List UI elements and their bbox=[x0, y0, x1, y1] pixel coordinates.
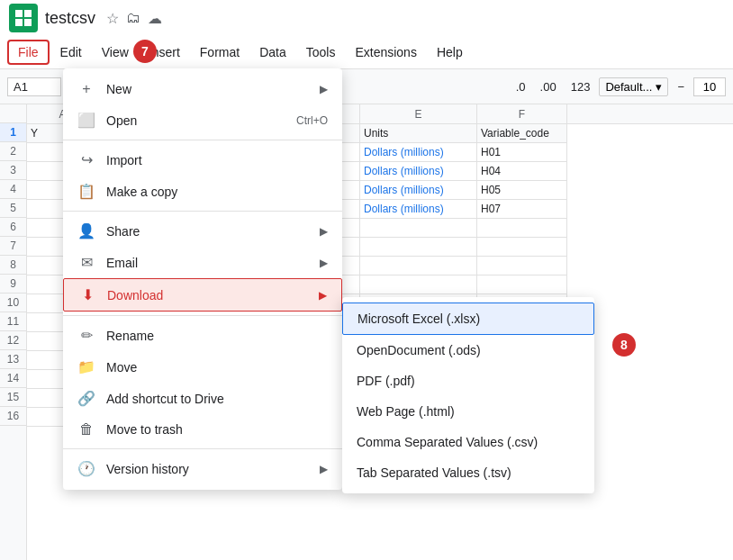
file-menu-email[interactable]: ✉ Email ▶ bbox=[63, 247, 342, 278]
file-menu-new[interactable]: + New ▶ bbox=[63, 74, 342, 104]
row-header-15: 15 bbox=[0, 388, 26, 407]
cell-f4[interactable]: H05 bbox=[477, 181, 567, 200]
font-selector[interactable]: Default... ▾ bbox=[599, 77, 668, 96]
rename-label: Rename bbox=[106, 329, 328, 343]
row-header-9: 9 bbox=[0, 275, 26, 294]
cell-f2[interactable]: H01 bbox=[477, 143, 567, 162]
cell-e1[interactable]: Units bbox=[360, 124, 477, 143]
share-arrow: ▶ bbox=[320, 225, 328, 238]
version-history-label: Version history bbox=[106, 462, 309, 476]
download-label: Download bbox=[107, 288, 308, 303]
row-header-7: 7 bbox=[0, 237, 26, 256]
add-shortcut-label: Add shortcut to Drive bbox=[106, 392, 328, 406]
font-size-minus[interactable]: − bbox=[672, 78, 690, 95]
version-history-arrow: ▶ bbox=[320, 463, 328, 475]
cell-e3[interactable]: Dollars (millions) bbox=[360, 162, 477, 181]
cell-e5[interactable]: Dollars (millions) bbox=[360, 200, 477, 219]
cell-e2[interactable]: Dollars (millions) bbox=[360, 143, 477, 162]
cell-f5[interactable]: H07 bbox=[477, 200, 567, 219]
col-header-f: F bbox=[477, 104, 567, 123]
decimal-zero-zero-btn[interactable]: .00 bbox=[535, 78, 562, 95]
new-icon: + bbox=[77, 81, 95, 97]
rename-icon: ✏ bbox=[77, 327, 95, 344]
move-icon: 📁 bbox=[77, 358, 95, 375]
divider-4 bbox=[63, 448, 342, 449]
file-menu-trash[interactable]: 🗑 Move to trash bbox=[63, 414, 342, 445]
row-header-14: 14 bbox=[0, 369, 26, 388]
trash-label: Move to trash bbox=[106, 422, 328, 437]
star-icon[interactable]: ☆ bbox=[106, 10, 119, 27]
row-header-12: 12 bbox=[0, 331, 26, 350]
menu-data[interactable]: Data bbox=[250, 41, 295, 63]
file-menu-open[interactable]: ⬜ Open Ctrl+O bbox=[63, 104, 342, 136]
menu-tools[interactable]: Tools bbox=[297, 41, 345, 63]
open-shortcut: Ctrl+O bbox=[296, 114, 328, 127]
import-label: Import bbox=[106, 153, 328, 167]
menu-insert[interactable]: Insert bbox=[140, 41, 189, 63]
submenu-ods[interactable]: OpenDocument (.ods) bbox=[342, 335, 594, 366]
add-shortcut-icon: 🔗 bbox=[77, 390, 95, 407]
row-header-3: 3 bbox=[0, 161, 26, 180]
submenu-html[interactable]: Web Page (.html) bbox=[342, 396, 594, 427]
divider-2 bbox=[63, 211, 342, 212]
spreadsheet-background: testcsv ☆ 🗂 ☁ File Edit View Insert Form… bbox=[0, 0, 733, 560]
open-label: Open bbox=[106, 113, 285, 128]
divider-3 bbox=[63, 315, 342, 316]
menu-view[interactable]: View bbox=[93, 41, 138, 63]
open-icon: ⬜ bbox=[77, 112, 95, 129]
email-icon: ✉ bbox=[77, 254, 95, 271]
row-headers: 1 2 3 4 5 6 7 8 9 10 11 12 13 14 15 16 bbox=[0, 104, 27, 560]
cloud-icon[interactable]: ☁ bbox=[148, 10, 162, 27]
submenu-xlsx[interactable]: Microsoft Excel (.xlsx) bbox=[342, 303, 594, 335]
row-header-5: 5 bbox=[0, 199, 26, 218]
row-header-top bbox=[0, 104, 26, 123]
row-header-2: 2 bbox=[0, 142, 26, 161]
file-menu-share[interactable]: 👤 Share ▶ bbox=[63, 215, 342, 247]
make-copy-icon: 📋 bbox=[77, 183, 95, 200]
file-menu-version-history[interactable]: 🕐 Version history ▶ bbox=[63, 453, 342, 484]
menu-edit[interactable]: Edit bbox=[51, 41, 91, 63]
file-menu-import[interactable]: ↪ Import bbox=[63, 144, 342, 176]
title-icons: ☆ 🗂 ☁ bbox=[106, 10, 162, 27]
doc-title[interactable]: testcsv bbox=[45, 9, 95, 28]
submenu-pdf[interactable]: PDF (.pdf) bbox=[342, 366, 594, 396]
new-arrow: ▶ bbox=[320, 83, 328, 95]
cell-f3[interactable]: H04 bbox=[477, 162, 567, 181]
version-history-icon: 🕐 bbox=[77, 460, 95, 477]
trash-icon: 🗑 bbox=[77, 421, 95, 438]
email-arrow: ▶ bbox=[320, 257, 328, 269]
file-menu-add-shortcut[interactable]: 🔗 Add shortcut to Drive bbox=[63, 383, 342, 414]
file-menu-make-copy[interactable]: 📋 Make a copy bbox=[63, 176, 342, 207]
share-label: Share bbox=[106, 224, 309, 239]
row-header-6: 6 bbox=[0, 218, 26, 237]
decimal-zero-btn[interactable]: .0 bbox=[511, 78, 531, 95]
folder-icon[interactable]: 🗂 bbox=[126, 10, 140, 26]
decimal-123-btn[interactable]: 123 bbox=[566, 78, 596, 95]
submenu-tsv[interactable]: Tab Separated Values (.tsv) bbox=[342, 457, 594, 488]
font-size-input[interactable] bbox=[693, 77, 726, 96]
top-bar: testcsv ☆ 🗂 ☁ bbox=[0, 0, 733, 36]
cell-f1[interactable]: Variable_code bbox=[477, 124, 567, 143]
menu-help[interactable]: Help bbox=[428, 41, 472, 63]
import-icon: ↪ bbox=[77, 151, 95, 168]
font-name: Default... bbox=[605, 80, 652, 94]
app-icon bbox=[9, 4, 38, 32]
col-header-e: E bbox=[360, 104, 477, 123]
row-header-16: 16 bbox=[0, 407, 26, 426]
menu-format[interactable]: Format bbox=[191, 41, 249, 63]
download-icon: ⬇ bbox=[78, 286, 96, 303]
menu-file[interactable]: File bbox=[7, 40, 50, 65]
toolbar-number-format: .0 .00 123 bbox=[511, 78, 596, 95]
file-menu-rename[interactable]: ✏ Rename bbox=[63, 320, 342, 351]
row-header-13: 13 bbox=[0, 350, 26, 369]
font-dropdown-icon: ▾ bbox=[656, 80, 662, 94]
download-arrow: ▶ bbox=[319, 289, 327, 302]
file-menu-move[interactable]: 📁 Move bbox=[63, 351, 342, 383]
file-menu-download[interactable]: ⬇ Download ▶ bbox=[63, 278, 342, 312]
cell-reference-input[interactable] bbox=[7, 77, 61, 96]
row-header-8: 8 bbox=[0, 256, 26, 275]
submenu-csv[interactable]: Comma Separated Values (.csv) bbox=[342, 427, 594, 457]
cell-e4[interactable]: Dollars (millions) bbox=[360, 181, 477, 200]
row-header-4: 4 bbox=[0, 180, 26, 199]
menu-extensions[interactable]: Extensions bbox=[346, 41, 425, 63]
